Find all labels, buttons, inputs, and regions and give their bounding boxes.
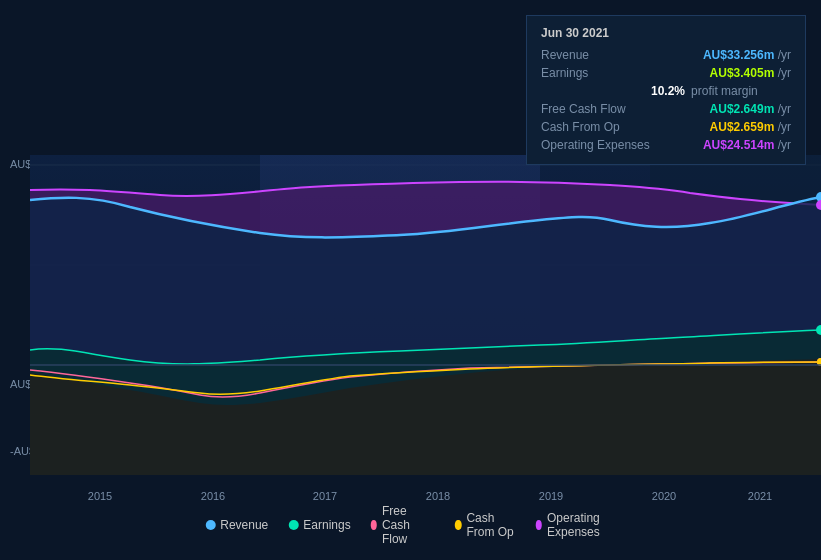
tooltip-label-fcf: Free Cash Flow (541, 102, 651, 116)
legend-item-opex[interactable]: Operating Expenses (536, 511, 616, 539)
x-label-2020: 2020 (652, 490, 676, 502)
legend-dot-cashfromop (455, 520, 461, 530)
tooltip-row-revenue: Revenue AU$33.256m /yr (541, 46, 791, 64)
legend-label-cashfromop: Cash From Op (466, 511, 515, 539)
x-label-2016: 2016 (201, 490, 225, 502)
chart-container: Jun 30 2021 Revenue AU$33.256m /yr Earni… (0, 0, 821, 560)
x-label-2021: 2021 (748, 490, 772, 502)
tooltip-row-fcf: Free Cash Flow AU$2.649m /yr (541, 100, 791, 118)
tooltip-profit-value: 10.2% (651, 84, 685, 98)
tooltip-row-cashfromop: Cash From Op AU$2.659m /yr (541, 118, 791, 136)
legend-dot-fcf (371, 520, 377, 530)
tooltip-profit-margin: 10.2% profit margin (541, 82, 791, 100)
x-label-2017: 2017 (313, 490, 337, 502)
tooltip-label-revenue: Revenue (541, 48, 651, 62)
legend-item-fcf[interactable]: Free Cash Flow (371, 504, 435, 546)
tooltip-label-cashfromop: Cash From Op (541, 120, 651, 134)
legend-label-revenue: Revenue (220, 518, 268, 532)
legend-dot-revenue (205, 520, 215, 530)
tooltip-value-earnings: AU$3.405m /yr (710, 66, 791, 80)
chart-svg (30, 155, 821, 475)
x-label-2019: 2019 (539, 490, 563, 502)
tooltip-label-earnings: Earnings (541, 66, 651, 80)
tooltip-row-opex: Operating Expenses AU$24.514m /yr (541, 136, 791, 154)
tooltip-value-fcf: AU$2.649m /yr (710, 102, 791, 116)
tooltip-row-earnings: Earnings AU$3.405m /yr (541, 64, 791, 82)
legend-dot-earnings (288, 520, 298, 530)
x-label-2015: 2015 (88, 490, 112, 502)
tooltip-value-revenue: AU$33.256m /yr (703, 48, 791, 62)
x-label-2018: 2018 (426, 490, 450, 502)
tooltip-box: Jun 30 2021 Revenue AU$33.256m /yr Earni… (526, 15, 806, 165)
tooltip-label-opex: Operating Expenses (541, 138, 651, 152)
legend-item-earnings[interactable]: Earnings (288, 518, 350, 532)
legend-dot-opex (536, 520, 542, 530)
legend-label-fcf: Free Cash Flow (382, 504, 435, 546)
legend-label-earnings: Earnings (303, 518, 350, 532)
tooltip-value-opex: AU$24.514m /yr (703, 138, 791, 152)
tooltip-value-cashfromop: AU$2.659m /yr (710, 120, 791, 134)
legend-item-cashfromop[interactable]: Cash From Op (455, 511, 516, 539)
legend-item-revenue[interactable]: Revenue (205, 518, 268, 532)
tooltip-date: Jun 30 2021 (541, 26, 791, 40)
legend-label-opex: Operating Expenses (547, 511, 616, 539)
tooltip-profit-label: profit margin (691, 84, 758, 98)
chart-legend: Revenue Earnings Free Cash Flow Cash Fro… (205, 504, 616, 546)
